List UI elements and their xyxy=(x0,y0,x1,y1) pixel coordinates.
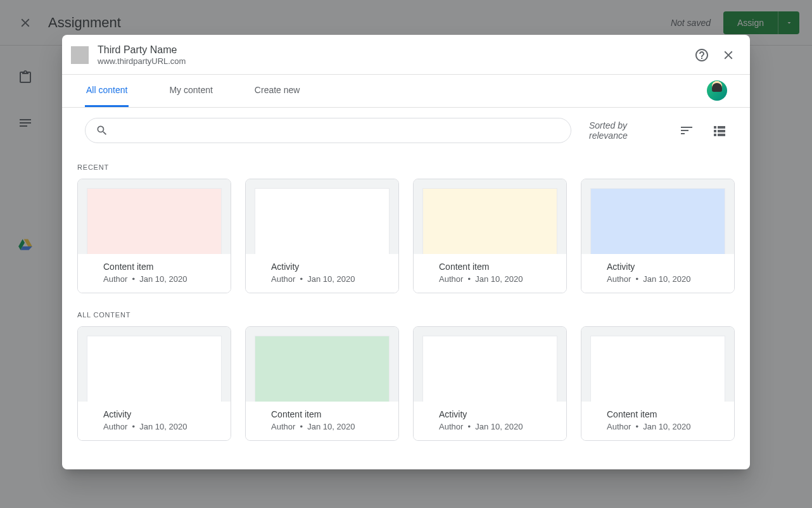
card-meta: ActivityAuthor • Jan 10, 2020 xyxy=(414,402,566,440)
third-party-logo xyxy=(71,46,89,64)
card-title: Activity xyxy=(103,409,205,419)
card-subtitle: Author • Jan 10, 2020 xyxy=(271,274,373,284)
section-recent-label: RECENT xyxy=(77,163,735,171)
card-thumb-wrap xyxy=(581,327,734,402)
card-thumb-wrap xyxy=(414,327,566,402)
card-thumb-wrap xyxy=(246,179,398,254)
card-thumb-wrap xyxy=(78,179,231,254)
modal-tabs: All content My content Create new xyxy=(62,75,750,107)
card-title: Content item xyxy=(439,262,541,272)
card-subtitle: Author • Jan 10, 2020 xyxy=(439,274,541,284)
card-meta: Content itemAuthor • Jan 10, 2020 xyxy=(414,254,566,293)
card-subtitle: Author • Jan 10, 2020 xyxy=(439,422,541,431)
card-thumbnail xyxy=(422,188,557,254)
card-thumb-wrap xyxy=(246,327,398,402)
card-thumbnail xyxy=(255,336,390,402)
card-thumb-wrap xyxy=(581,179,734,254)
avatar[interactable] xyxy=(707,80,727,101)
sort-icon[interactable] xyxy=(679,123,694,138)
sort-label: Sorted by relevance xyxy=(589,120,661,141)
card-meta: Content itemAuthor • Jan 10, 2020 xyxy=(78,254,231,293)
card-meta: Content itemAuthor • Jan 10, 2020 xyxy=(581,402,734,440)
card-meta: Content itemAuthor • Jan 10, 2020 xyxy=(246,402,398,440)
modal-toolbar: Sorted by relevance xyxy=(62,108,750,143)
card-title: Activity xyxy=(607,262,709,272)
card-subtitle: Author • Jan 10, 2020 xyxy=(271,422,373,431)
close-modal-icon[interactable] xyxy=(721,48,736,63)
card-title: Content item xyxy=(103,262,205,272)
recent-grid: Content itemAuthor • Jan 10, 2020Activit… xyxy=(77,179,735,293)
card-subtitle: Author • Jan 10, 2020 xyxy=(607,422,709,431)
content-card[interactable]: ActivityAuthor • Jan 10, 2020 xyxy=(413,326,567,441)
content-card[interactable]: ActivityAuthor • Jan 10, 2020 xyxy=(77,326,231,441)
search-input[interactable] xyxy=(116,125,561,136)
card-title: Activity xyxy=(271,262,373,272)
card-thumbnail xyxy=(87,188,222,254)
modal-content: RECENT Content itemAuthor • Jan 10, 2020… xyxy=(62,143,750,469)
content-picker-modal: Third Party Name www.thirdpartyURL.com A… xyxy=(62,35,750,469)
content-card[interactable]: Content itemAuthor • Jan 10, 2020 xyxy=(581,326,735,441)
card-thumbnail xyxy=(590,188,725,254)
card-thumbnail xyxy=(87,336,222,402)
card-subtitle: Author • Jan 10, 2020 xyxy=(607,274,709,284)
tab-my-content[interactable]: My content xyxy=(168,75,213,106)
card-meta: ActivityAuthor • Jan 10, 2020 xyxy=(246,254,398,293)
tab-all-content[interactable]: All content xyxy=(85,75,129,106)
content-card[interactable]: Content itemAuthor • Jan 10, 2020 xyxy=(413,179,567,293)
card-subtitle: Author • Jan 10, 2020 xyxy=(103,274,205,284)
card-meta: ActivityAuthor • Jan 10, 2020 xyxy=(78,402,231,440)
card-title: Content item xyxy=(607,409,709,419)
card-thumb-wrap xyxy=(78,327,231,402)
card-thumb-wrap xyxy=(414,179,566,254)
third-party-name: Third Party Name xyxy=(98,44,186,56)
content-card[interactable]: ActivityAuthor • Jan 10, 2020 xyxy=(245,179,399,293)
card-thumbnail xyxy=(255,188,390,254)
modal-header: Third Party Name www.thirdpartyURL.com xyxy=(62,35,750,75)
search-icon xyxy=(96,124,108,137)
card-subtitle: Author • Jan 10, 2020 xyxy=(103,422,205,431)
card-thumbnail xyxy=(590,336,725,402)
section-all-label: ALL CONTENT xyxy=(77,311,735,319)
all-content-grid: ActivityAuthor • Jan 10, 2020Content ite… xyxy=(77,326,735,441)
search-input-wrapper[interactable] xyxy=(85,118,571,143)
help-icon[interactable] xyxy=(694,48,709,63)
card-title: Activity xyxy=(439,409,541,419)
content-card[interactable]: Content itemAuthor • Jan 10, 2020 xyxy=(245,326,399,441)
content-card[interactable]: Content itemAuthor • Jan 10, 2020 xyxy=(77,179,231,293)
view-list-icon[interactable] xyxy=(712,123,727,138)
content-card[interactable]: ActivityAuthor • Jan 10, 2020 xyxy=(581,179,735,293)
tab-create-new[interactable]: Create new xyxy=(253,75,301,106)
third-party-url: www.thirdpartyURL.com xyxy=(98,56,186,67)
card-thumbnail xyxy=(422,336,557,402)
card-title: Content item xyxy=(271,409,373,419)
card-meta: ActivityAuthor • Jan 10, 2020 xyxy=(581,254,734,293)
